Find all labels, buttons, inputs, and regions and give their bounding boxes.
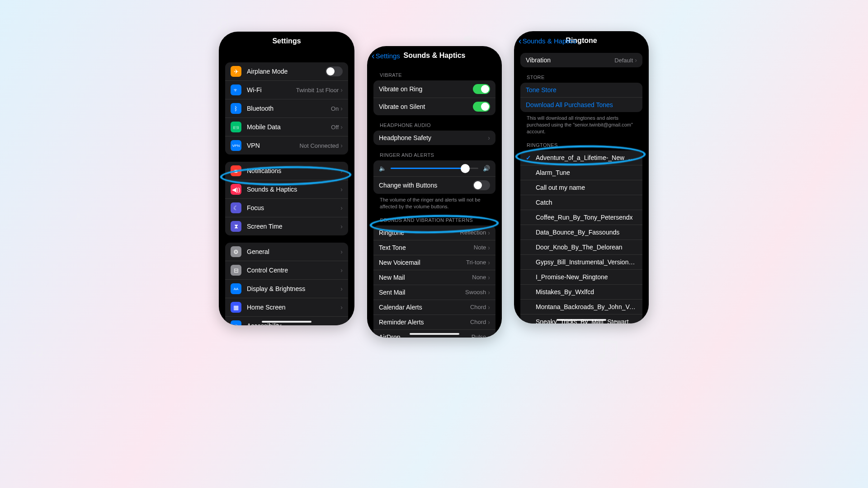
row-label: Airplane Mode	[247, 68, 326, 75]
settings-row[interactable]: ■Notifications›	[225, 162, 348, 180]
chevron-right-icon: ›	[488, 134, 490, 141]
grid-icon: ▦	[231, 302, 241, 313]
store-link[interactable]: Tone Store	[520, 83, 642, 97]
settings-row[interactable]: Vibrate on Ring	[373, 80, 495, 98]
chevron-right-icon: ›	[340, 322, 343, 325]
settings-row[interactable]: Sent MailSwoosh›	[373, 285, 495, 300]
toggle-change-with-buttons[interactable]	[473, 180, 490, 190]
row-value: Swoosh	[465, 289, 486, 296]
chevron-right-icon: ›	[340, 285, 343, 292]
row-label: Data_Bounce_By_Fassounds	[536, 229, 637, 236]
settings-row[interactable]: AADisplay & Brightness›	[225, 279, 348, 298]
chevron-right-icon: ›	[488, 289, 490, 296]
row-label: Notifications	[247, 167, 340, 174]
ringtone-item[interactable]: Mistakes_By_Wxlfcd	[520, 284, 642, 299]
phone-ringtone: ‹ Sounds & Haptics Ringtone Vibration De…	[514, 31, 649, 324]
home-indicator[interactable]	[557, 319, 606, 321]
row-value: Twinbit 1st Floor	[296, 87, 339, 94]
ringtone-item[interactable]: I_Promise-New_Ringtone	[520, 269, 642, 284]
settings-row[interactable]: Vibrate on Silent	[373, 98, 495, 115]
page-title: Settings	[272, 37, 301, 45]
row-label: Ringtone	[379, 229, 460, 236]
row-label: Bluetooth	[247, 105, 331, 112]
settings-row[interactable]: ᯤWi-FiTwinbit 1st Floor›	[225, 80, 348, 99]
settings-row[interactable]: Text ToneNote›	[373, 240, 495, 255]
nav-bar: Settings	[219, 32, 354, 51]
row-label: Mobile Data	[247, 123, 331, 131]
ringtone-item[interactable]: Adventure_of_a_Lifetime-_New_Tone	[520, 150, 642, 165]
row-label: Adventure_of_a_Lifetime-_New_Tone	[536, 154, 637, 161]
row-label: Montana_Backroads_By_John_Van_Houdt	[536, 303, 637, 310]
tutorial-canvas: Settings ✈Airplane ModeᯤWi-FiTwinbit 1st…	[105, 0, 763, 369]
chevron-left-icon: ‹	[372, 51, 375, 60]
ringtone-item[interactable]: Data_Bounce_By_Fassounds	[520, 225, 642, 239]
row-label: Accessibility	[247, 322, 340, 325]
cell-icon: ((·))	[231, 122, 241, 132]
row-label: Headphone Safety	[379, 134, 488, 141]
row-value: Note	[474, 244, 486, 251]
section-header-headphone: HEADPHONE AUDIO	[380, 122, 495, 128]
row-value: Tri-tone	[466, 259, 486, 266]
settings-row[interactable]: RingtoneReflection›	[373, 225, 495, 240]
speaker-low-icon: 🔈	[379, 165, 386, 172]
settings-row[interactable]: ⧗Screen Time›	[225, 217, 348, 235]
row-label: Vibrate on Silent	[379, 103, 473, 110]
settings-row[interactable]: ((·))Mobile DataOff›	[225, 117, 348, 136]
chevron-right-icon: ›	[488, 259, 490, 266]
settings-group-attention: ■Notifications›◀))Sounds & Haptics›☾Focu…	[225, 162, 348, 235]
back-button[interactable]: ‹ Sounds & Haptics	[519, 36, 576, 45]
acc-icon: ☺	[231, 320, 241, 325]
home-indicator[interactable]	[410, 333, 459, 335]
row-label: Text Tone	[379, 244, 474, 251]
section-header-ringtones: RINGTONES	[527, 142, 642, 148]
settings-row[interactable]: VPNVPNNot Connected›	[225, 136, 348, 155]
row-value: Reflection	[460, 229, 486, 236]
airplane-icon: ✈	[231, 66, 241, 77]
settings-row[interactable]: ▦Home Screen›	[225, 298, 348, 316]
row-label: New Voicemail	[379, 259, 466, 266]
section-header-vibrate: VIBRATE	[380, 72, 495, 78]
settings-row[interactable]: New MailNone›	[373, 270, 495, 285]
cc-icon: ⊟	[231, 265, 241, 276]
settings-row[interactable]: ⊟Control Centre›	[225, 261, 348, 279]
row-label: Home Screen	[247, 304, 340, 311]
ringtone-item[interactable]: Gypsy_Bill_Instrumental_Version_By_Ofer_…	[520, 254, 642, 269]
ringtone-item[interactable]: Door_Knob_By_The_Delorean	[520, 239, 642, 254]
toggle[interactable]	[326, 66, 343, 76]
ringtone-item[interactable]: Call out my name	[520, 180, 642, 195]
chevron-right-icon: ›	[488, 333, 490, 338]
home-indicator[interactable]	[262, 321, 311, 323]
row-label: Alarm_Tune	[536, 169, 637, 176]
settings-row[interactable]: ✈Airplane Mode	[225, 62, 348, 80]
back-button[interactable]: ‹ Settings	[372, 51, 400, 60]
row-label: VPN	[247, 142, 300, 149]
row-label: Display & Brightness	[247, 285, 340, 292]
settings-row[interactable]: ⚙General›	[225, 243, 348, 261]
toggle[interactable]	[473, 102, 490, 112]
ringtone-item[interactable]: Alarm_Tune	[520, 165, 642, 180]
row-value: Not Connected	[300, 142, 339, 149]
chevron-right-icon: ›	[340, 86, 343, 94]
ringer-volume-slider[interactable]: 🔈 🔊	[373, 160, 495, 176]
chevron-right-icon: ›	[340, 248, 343, 255]
footer-ringer: The volume of the ringer and alerts will…	[380, 197, 489, 210]
row-change-with-buttons[interactable]: Change with Buttons	[373, 176, 495, 194]
row-vibration[interactable]: Vibration Default ›	[520, 53, 642, 67]
ringtone-item[interactable]: Montana_Backroads_By_John_Van_Houdt	[520, 299, 642, 314]
row-label: Download All Purchased Tones	[526, 101, 637, 108]
settings-row[interactable]: Headphone Safety›	[373, 131, 495, 145]
settings-row[interactable]: Reminder AlertsChord›	[373, 314, 495, 329]
gear-icon: ⚙	[231, 246, 241, 257]
settings-row[interactable]: Calendar AlertsChord›	[373, 300, 495, 314]
row-label: General	[247, 248, 340, 255]
ringtone-item[interactable]: Catch	[520, 195, 642, 210]
toggle[interactable]	[473, 84, 490, 94]
settings-row[interactable]: New VoicemailTri-tone›	[373, 255, 495, 270]
settings-row[interactable]: ◀))Sounds & Haptics›	[225, 180, 348, 198]
ringtone-item[interactable]: Coffee_Run_By_Tony_Petersendx	[520, 210, 642, 225]
row-label: I_Promise-New_Ringtone	[536, 273, 637, 281]
settings-row[interactable]: ☾Focus›	[225, 198, 348, 217]
row-label: Catch	[536, 199, 637, 206]
settings-row[interactable]: ᛒBluetoothOn›	[225, 99, 348, 117]
store-link[interactable]: Download All Purchased Tones	[520, 97, 642, 112]
